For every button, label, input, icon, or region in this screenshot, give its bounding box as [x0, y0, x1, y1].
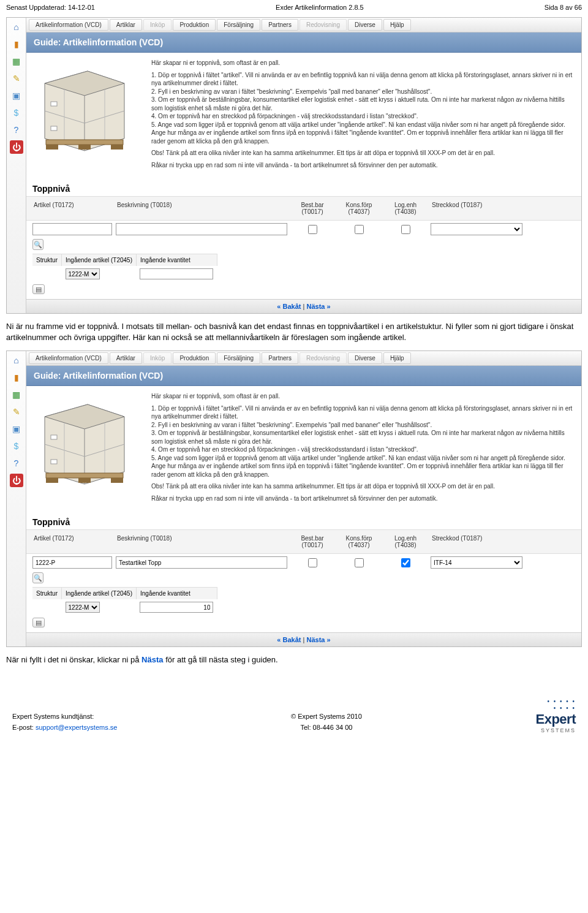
- menu-forsaljning[interactable]: Försäljning: [217, 19, 260, 31]
- menu-produktion[interactable]: Produktion: [173, 19, 216, 31]
- lbl-log: Log.enh (T4038): [384, 532, 427, 551]
- menu-hjalp[interactable]: Hjälp: [383, 352, 411, 364]
- svg-rect-8: [46, 145, 58, 150]
- menu-partners[interactable]: Partners: [262, 352, 298, 364]
- menu-redovisning: Redovisning: [300, 352, 347, 364]
- footer-kundtjanst: Expert Systems kundtjänst:: [12, 711, 117, 722]
- home-icon[interactable]: ⌂: [10, 20, 23, 34]
- add-row-icon[interactable]: ▤: [32, 284, 45, 294]
- streck-select[interactable]: ITF-14: [431, 556, 522, 569]
- best-checkbox[interactable]: [308, 225, 317, 234]
- menu-diverse[interactable]: Diverse: [348, 352, 382, 364]
- power-icon[interactable]: ⏻: [10, 474, 23, 487]
- search-icon[interactable]: 🔍: [32, 572, 43, 583]
- menu-forsaljning[interactable]: Försäljning: [217, 352, 260, 364]
- artikel-input[interactable]: [32, 223, 112, 235]
- guide-steps: 1. Döp er toppnivå i fältet "artikel". V…: [151, 71, 575, 146]
- spreadsheet-icon[interactable]: ▦: [10, 388, 23, 401]
- lbl-ingart: Ingående artikel (T2045): [62, 254, 137, 267]
- kons-checkbox[interactable]: [355, 225, 364, 234]
- menu-redovisning: Redovisning: [300, 19, 347, 31]
- lbl-kons: Kons.förp (T4037): [337, 199, 380, 218]
- chart-icon[interactable]: ▮: [10, 371, 23, 384]
- menubar: Artikelinformation (VCD) Artiklar Inköp …: [26, 18, 581, 32]
- lbl-struktur: Struktur: [32, 254, 62, 267]
- guide-tail: Råkar ni trycka upp en rad som ni inte v…: [151, 494, 575, 503]
- field-input-row: [26, 220, 581, 238]
- svg-rect-11: [51, 102, 57, 106]
- svg-rect-9: [78, 145, 91, 150]
- menu-artiklar[interactable]: Artiklar: [110, 352, 142, 364]
- guide-tail: Råkar ni trycka upp en rad som ni inte v…: [151, 161, 575, 170]
- meta-page: Sida 8 av 66: [545, 4, 582, 11]
- wizard-nav: « Bakåt | Nästa »: [26, 632, 581, 646]
- kons-checkbox[interactable]: [355, 558, 364, 567]
- truck-icon[interactable]: ▣: [10, 89, 23, 102]
- footer-copyright: © Expert Systems 2010: [291, 711, 362, 722]
- lbl-log: Log.enh (T4038): [384, 199, 427, 218]
- beskrivning-input[interactable]: [116, 223, 287, 235]
- back-link[interactable]: « Bakåt: [277, 303, 301, 310]
- ingkv-input[interactable]: [140, 602, 213, 613]
- log-checkbox[interactable]: [401, 225, 410, 234]
- ingkv-input[interactable]: [140, 268, 213, 279]
- sidebar: ⌂ ▮ ▦ ✎ ▣ $ ? ⏻: [7, 351, 26, 646]
- artikel-input[interactable]: [32, 556, 112, 569]
- svg-rect-24: [51, 435, 57, 439]
- best-checkbox[interactable]: [308, 558, 317, 567]
- back-link[interactable]: « Bakåt: [277, 636, 301, 643]
- search-icon[interactable]: 🔍: [32, 239, 43, 250]
- lbl-beskrivning: Beskrivning (T0018): [116, 199, 287, 211]
- next-link[interactable]: Nästa »: [306, 636, 330, 643]
- dollar-icon[interactable]: $: [10, 106, 23, 119]
- chart-icon[interactable]: ▮: [10, 37, 23, 51]
- guide-instructions: Här skapar ni er toppnivå, som oftast är…: [151, 59, 575, 173]
- footer-logo: • • • • •• • • • Expert SYSTEMS: [536, 698, 576, 733]
- ingart-select[interactable]: 1222-M: [66, 602, 100, 613]
- ingart-select[interactable]: 1222-M: [66, 268, 100, 279]
- footer-email-link[interactable]: support@expertsystems.se: [36, 724, 117, 731]
- menu-partners[interactable]: Partners: [262, 19, 298, 31]
- svg-rect-22: [78, 478, 91, 483]
- footer-tel: Tel: 08-446 34 00: [291, 722, 362, 733]
- lbl-streck: Streckkod (T0187): [431, 532, 522, 544]
- help-icon[interactable]: ?: [10, 456, 23, 470]
- add-row-icon[interactable]: ▤: [32, 618, 45, 627]
- wizard-nav: « Bakåt | Nästa »: [26, 299, 581, 313]
- svg-rect-10: [111, 145, 123, 150]
- guide-intro: Här skapar ni er toppnivå, som oftast är…: [151, 59, 575, 67]
- menu-artiklar[interactable]: Artiklar: [110, 19, 142, 31]
- log-checkbox[interactable]: [401, 558, 410, 567]
- streck-select[interactable]: [431, 223, 522, 235]
- dollar-icon[interactable]: $: [10, 439, 23, 453]
- app-screenshot-1: ⌂ ▮ ▦ ✎ ▣ $ ? ⏻ Artikelinformation (VCD)…: [6, 17, 582, 314]
- guide-title: Guide: Artikelinformation (VCD): [26, 366, 581, 386]
- help-icon[interactable]: ?: [10, 123, 23, 137]
- power-icon[interactable]: ⏻: [10, 140, 23, 154]
- menu-inkop: Inköp: [143, 352, 172, 364]
- truck-icon[interactable]: ▣: [10, 422, 23, 436]
- svg-rect-25: [51, 460, 57, 464]
- menu-hjalp[interactable]: Hjälp: [383, 19, 411, 31]
- menu-diverse[interactable]: Diverse: [348, 19, 382, 31]
- menu-produktion[interactable]: Produktion: [173, 352, 216, 364]
- lbl-artikel: Artikel (T0172): [32, 532, 112, 544]
- body-para-2: När ni fyllt i det ni önskar, klickar ni…: [6, 654, 582, 665]
- menu-artikelinfo[interactable]: Artikelinformation (VCD): [29, 352, 108, 364]
- field-header-row: Artikel (T0172) Beskrivning (T0018) Best…: [26, 196, 581, 220]
- nasta-inline-link[interactable]: Nästa: [141, 655, 163, 664]
- spreadsheet-icon[interactable]: ▦: [10, 55, 23, 68]
- next-link[interactable]: Nästa »: [306, 303, 330, 310]
- meta-updated: Senast Uppdaterad: 14-12-01: [6, 4, 95, 11]
- field-header-row: Artikel (T0172) Beskrivning (T0018) Best…: [26, 529, 581, 553]
- menu-artikelinfo[interactable]: Artikelinformation (VCD): [29, 19, 108, 31]
- note-icon[interactable]: ✎: [10, 405, 23, 419]
- lbl-streck: Streckkod (T0187): [431, 199, 522, 211]
- home-icon[interactable]: ⌂: [10, 354, 23, 367]
- guide-instructions: Här skapar ni er toppnivå, som oftast är…: [151, 392, 575, 506]
- beskrivning-input[interactable]: [116, 556, 287, 569]
- field-input-row: ITF-14: [26, 553, 581, 571]
- lbl-kons: Kons.förp (T4037): [337, 532, 380, 551]
- structure-table: Struktur Ingående artikel (T2045) Ingåen…: [32, 587, 217, 615]
- note-icon[interactable]: ✎: [10, 72, 23, 85]
